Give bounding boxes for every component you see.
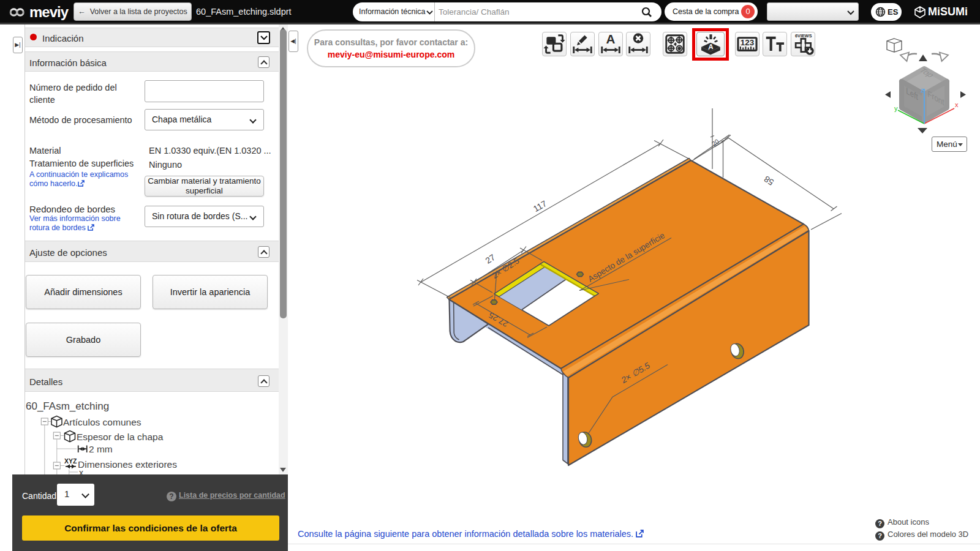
svg-text:6VIEWS: 6VIEWS [795,33,812,39]
svg-text:123: 123 [741,38,754,47]
svg-text:A: A [606,32,616,46]
svg-text:Artículos comunes: Artículos comunes [63,417,141,427]
svg-text:20: 20 [710,137,720,148]
svg-text:z: z [921,86,924,94]
svg-text:58: 58 [762,174,775,187]
svg-text:x: x [955,101,959,108]
svg-text:2 mm: 2 mm [89,444,113,454]
svg-text:XYZ: XYZ [64,457,77,465]
svg-text:27: 27 [483,252,497,266]
svg-text:Espesor de la chapa: Espesor de la chapa [77,432,164,442]
svg-text:y: y [894,105,898,112]
svg-text:117: 117 [532,198,549,214]
svg-text:Dimensiones exteriores: Dimensiones exteriores [78,459,177,470]
